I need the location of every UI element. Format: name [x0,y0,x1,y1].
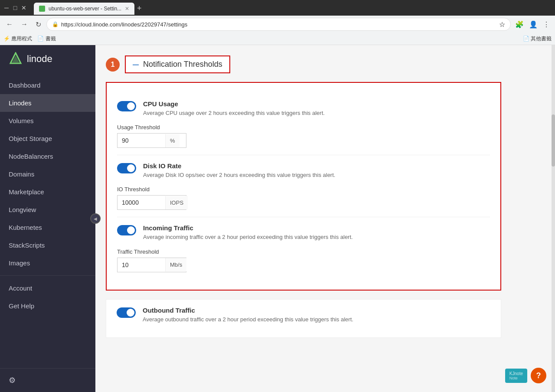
lock-icon: 🔒 [52,21,59,27]
step-badge: 1 [106,58,120,72]
cpu-threshold-row: Usage Threshold % [117,124,490,148]
sidebar-item-dashboard[interactable]: Dashboard [0,76,95,94]
browser-chrome: ─ □ ✕ ubuntu-os-web-server - Settin... ✕… [0,0,555,45]
disk-threshold-unit: IOPS [165,196,188,209]
sidebar-logo: linode [0,45,95,73]
extensions-button[interactable]: 🧩 [513,19,526,30]
bookmarks-bar: ⚡ 應用程式 📄 書籤 📄 其他書籤 [0,33,555,45]
nav-icons: 🧩 👤 ⋮ [513,19,552,30]
window-controls: ─ □ ✕ [3,5,27,11]
back-button[interactable]: ← [3,19,16,30]
title-bar: ─ □ ✕ ubuntu-os-web-server - Settin... ✕… [0,0,555,16]
url-bar[interactable]: 🔒 https://cloud.linode.com/linodes/22029… [46,18,511,31]
sidebar-nav: Dashboard Linodes Volumes Object Storage… [0,73,95,318]
outbound-toggle[interactable] [117,307,136,318]
disk-toggle[interactable] [117,163,136,173]
sidebar-item-account[interactable]: Account [0,279,95,297]
sidebar-item-images[interactable]: Images [0,254,95,272]
sidebar-divider [0,275,95,276]
tab-bar: ubuntu-os-web-server - Settin... ✕ + [30,1,147,15]
watermark-label: KJnote Note [505,369,527,383]
bookmark-other[interactable]: 📄 其他書籤 [523,35,552,42]
maximize-button[interactable]: □ [12,5,18,11]
disk-threshold-row: IO Threshold IOPS [117,186,490,210]
incoming-alert-info: Incoming Traffic Average incoming traffi… [143,224,490,241]
watermark: KJnote Note ? [505,368,546,383]
sidebar-item-nodebalancers[interactable]: NodeBalancers [0,147,95,165]
disk-alert-title: Disk IO Rate [143,162,490,170]
outbound-alert-header: Outbound Traffic Average outbound traffi… [117,307,490,323]
bookmark-bookmarks[interactable]: 📄 書籤 [37,35,56,42]
bookmark-star-icon[interactable]: ☆ [499,20,505,29]
close-button[interactable]: ✕ [21,5,27,11]
sidebar-item-longview[interactable]: Longview [0,201,95,219]
incoming-alert-title: Incoming Traffic [143,224,490,232]
incoming-alert-desc: Average incoming traffic over a 2 hour p… [143,233,490,241]
incoming-threshold-input[interactable] [118,258,165,272]
incoming-threshold-row: Traffic Threshold Mb/s [117,248,490,272]
nav-bar: ← → ↻ 🔒 https://cloud.linode.com/linodes… [0,16,555,33]
active-tab[interactable]: ubuntu-os-web-server - Settin... ✕ [34,3,134,15]
new-tab-button[interactable]: + [135,2,144,15]
app-container: linode Dashboard Linodes Volumes Object … [0,45,555,392]
cpu-threshold-unit: % [165,134,180,147]
tab-title: ubuntu-os-web-server - Settin... [49,6,121,12]
outbound-alert-info: Outbound Traffic Average outbound traffi… [143,307,490,323]
watermark-help-badge[interactable]: ? [531,368,546,383]
outbound-alert-desc: Average outbound traffic over a 2 hour p… [143,316,490,323]
linode-logo-icon [9,52,23,66]
cpu-toggle[interactable] [117,101,136,111]
outbound-alert-title: Outbound Traffic [143,307,490,314]
bookmark-apps[interactable]: ⚡ 應用程式 [3,35,32,42]
sidebar-settings-button[interactable]: ⚙ [9,376,87,385]
tab-close-button[interactable]: ✕ [125,6,129,12]
disk-alert-info: Disk IO Rate Average Disk IO ops/sec ove… [143,162,490,179]
disk-threshold-input-wrap: IOPS [117,195,186,210]
scroll-thumb[interactable] [552,114,555,167]
sidebar: linode Dashboard Linodes Volumes Object … [0,45,95,392]
main-content: 1 — Notification Thresholds CPU Usage Av… [95,45,555,392]
cpu-threshold-input-wrap: % [117,133,186,148]
collapse-icon[interactable]: — [133,61,139,68]
disk-threshold-label: IO Threshold [117,186,490,193]
disk-alert-header: Disk IO Rate Average Disk IO ops/sec ove… [117,162,490,179]
forward-button[interactable]: → [18,19,30,30]
sidebar-item-stackscripts[interactable]: StackScripts [0,236,95,254]
url-text: https://cloud.linode.com/linodes/2202974… [61,21,496,28]
cpu-alert-title: CPU Usage [143,100,490,108]
outbound-traffic-card: Outbound Traffic Average outbound traffi… [106,299,501,338]
disk-io-card: Disk IO Rate Average Disk IO ops/sec ove… [117,155,490,217]
scroll-track [552,45,555,392]
sidebar-item-linodes[interactable]: Linodes [0,94,95,112]
incoming-alert-header: Incoming Traffic Average incoming traffi… [117,224,490,241]
section-title-text: Notification Thresholds [143,60,222,69]
sidebar-collapse-button[interactable]: ◀ [90,213,101,224]
sidebar-item-marketplace[interactable]: Marketplace [0,183,95,201]
refresh-button[interactable]: ↻ [33,19,44,30]
disk-threshold-input[interactable] [118,196,165,209]
cpu-threshold-label: Usage Threshold [117,124,490,131]
settings-gear-icon: ⚙ [9,376,16,385]
cpu-threshold-input[interactable] [118,134,165,147]
incoming-threshold-label: Traffic Threshold [117,248,490,255]
sidebar-item-get-help[interactable]: Get Help [0,297,95,315]
tab-favicon [39,6,45,12]
main-inner: 1 — Notification Thresholds CPU Usage Av… [95,45,512,348]
sidebar-scroll: Dashboard Linodes Volumes Object Storage… [0,73,95,368]
section-header: 1 — Notification Thresholds [106,56,501,73]
incoming-threshold-unit: Mb/s [165,258,186,271]
sidebar-item-domains[interactable]: Domains [0,165,95,183]
sidebar-item-volumes[interactable]: Volumes [0,112,95,130]
sidebar-footer: ⚙ [0,368,95,392]
sidebar-item-kubernetes[interactable]: Kubernetes [0,219,95,236]
disk-alert-desc: Average Disk IO ops/sec over 2 hours exc… [143,171,490,179]
profile-button[interactable]: 👤 [527,19,539,30]
cpu-alert-desc: Average CPU usage over 2 hours exceeding… [143,109,490,117]
sidebar-item-object-storage[interactable]: Object Storage [0,130,95,147]
cpu-alert-info: CPU Usage Average CPU usage over 2 hours… [143,100,490,117]
outbound-section: Outbound Traffic Average outbound traffi… [106,291,501,338]
menu-button[interactable]: ⋮ [541,19,552,30]
incoming-toggle[interactable] [117,225,136,235]
minimize-button[interactable]: ─ [3,5,10,11]
cpu-usage-card: CPU Usage Average CPU usage over 2 hours… [117,93,490,155]
